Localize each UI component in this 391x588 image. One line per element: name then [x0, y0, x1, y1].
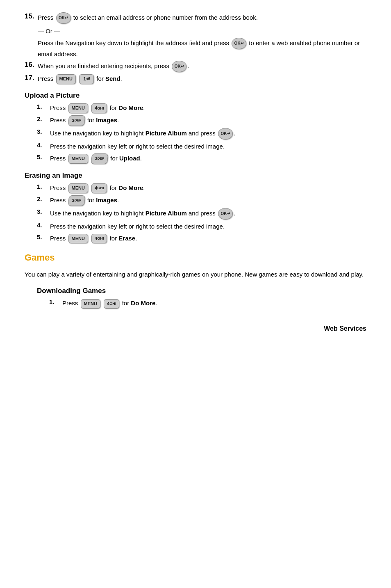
erasing-step-5-content: Press MENU 4GHI for Erase. [50, 233, 366, 244]
upload-step-1: 1. Press MENU 4GHI for Do More. [37, 103, 366, 113]
erasing-step-2-num: 2. [37, 195, 50, 202]
erasing-step-3-content: Use the navigation key to highlight Pict… [50, 208, 366, 220]
erasing-step-5-num: 5. [37, 233, 50, 240]
step-15: 15. Press OK↵ to select an email address… [25, 12, 366, 59]
downloading-step-1-num: 1. [49, 298, 62, 305]
downloading-step-1: 1. Press MENU 4GHI for Do More. [49, 298, 366, 309]
erasing-step-1-num: 1. [37, 183, 50, 190]
or-line: — Or — [38, 26, 366, 36]
step-15-num: 15. [25, 12, 38, 21]
erasing-step-1: 1. Press MENU 4GHI for Do More. [37, 183, 366, 193]
step-16-num: 16. [25, 61, 38, 69]
ok-key-e3: OK↵ [218, 208, 233, 220]
step-15-content: Press OK↵ to select an email address or … [38, 12, 366, 59]
erasing-step-2: 2. Press 3DEF for Images. [37, 195, 366, 206]
upload-step-2-num: 2. [37, 115, 50, 122]
upload-step-1-num: 1. [37, 103, 50, 110]
erasing-step-2-content: Press 3DEF for Images. [50, 195, 366, 206]
menu-key-u5: MENU [68, 154, 88, 164]
games-section: Games You can play a variety of entertai… [25, 252, 366, 309]
upload-section: Upload a Picture 1. Press MENU 4GHI for … [25, 92, 366, 164]
page-content: 15. Press OK↵ to select an email address… [25, 12, 366, 332]
erasing-step-4-num: 4. [37, 222, 50, 229]
key-4-d1: 4GHI [104, 299, 119, 309]
downloading-subsection: Downloading Games 1. Press MENU 4GHI for… [37, 287, 366, 309]
key-1: 1⏎ [79, 74, 94, 84]
upload-step-4-num: 4. [37, 142, 50, 149]
or-detail: Press the Navigation key down to highlig… [38, 38, 366, 59]
step-17: 17. Press MENU 1⏎ for Send. [25, 74, 366, 84]
key-4-e1: 4GHI [91, 183, 107, 193]
upload-step-3-num: 3. [37, 128, 50, 135]
upload-step-1-content: Press MENU 4GHI for Do More. [50, 103, 366, 113]
downloading-heading: Downloading Games [37, 287, 366, 295]
menu-key-e5: MENU [68, 234, 88, 244]
ok-key-3: OK↵ [172, 61, 186, 72]
upload-step-5-num: 5. [37, 153, 50, 160]
key-4-e5: 4GHI [91, 234, 107, 244]
upload-step-5: 5. Press MENU 3DEF for Upload. [37, 153, 366, 164]
upload-step-3-content: Use the navigation key to highlight Pict… [50, 128, 366, 140]
erasing-steps: 1. Press MENU 4GHI for Do More. 2. Press… [37, 183, 366, 244]
erasing-heading: Erasing an Image [25, 172, 366, 180]
steps-top-section: 15. Press OK↵ to select an email address… [25, 12, 366, 84]
upload-heading: Upload a Picture [25, 92, 366, 100]
upload-step-2-content: Press 3DEF for Images. [50, 115, 366, 126]
erasing-step-1-content: Press MENU 4GHI for Do More. [50, 183, 366, 193]
upload-step-5-content: Press MENU 3DEF for Upload. [50, 153, 366, 164]
key-3def-e2: 3DEF [68, 195, 85, 206]
games-heading: Games [25, 252, 366, 263]
upload-steps: 1. Press MENU 4GHI for Do More. 2. Press… [37, 103, 366, 164]
menu-key-e1: MENU [68, 183, 88, 193]
erasing-section: Erasing an Image 1. Press MENU 4GHI for … [25, 172, 366, 244]
erasing-step-3-num: 3. [37, 208, 50, 215]
downloading-steps: 1. Press MENU 4GHI for Do More. [49, 298, 366, 309]
erasing-step-4-content: Press the navigation key left or right t… [50, 222, 366, 231]
menu-key-u1: MENU [68, 103, 88, 113]
games-intro: You can play a variety of entertaining a… [25, 270, 366, 279]
key-4-u1: 4GHI [91, 103, 107, 113]
erasing-step-5: 5. Press MENU 4GHI for Erase. [37, 233, 366, 244]
erasing-step-3: 3. Use the navigation key to highlight P… [37, 208, 366, 220]
menu-key-1: MENU [56, 74, 76, 84]
upload-step-4: 4. Press the navigation key left or righ… [37, 142, 366, 151]
ok-key-u3: OK↵ [218, 128, 233, 140]
ok-key-2: OK↵ [232, 38, 246, 49]
step-17-num: 17. [25, 74, 38, 82]
footer-label: Web Services [25, 325, 366, 332]
step-16: 16. When you are finished entering recip… [25, 61, 366, 72]
key-3def-u5: 3DEF [91, 153, 109, 164]
ok-key-1: OK↵ [56, 12, 71, 24]
step-16-content: When you are finished entering recipient… [38, 61, 366, 72]
step-17-content: Press MENU 1⏎ for Send. [38, 74, 366, 84]
upload-step-3: 3. Use the navigation key to highlight P… [37, 128, 366, 140]
upload-step-4-content: Press the navigation key left or right t… [50, 142, 366, 151]
upload-step-2: 2. Press 3DEF for Images. [37, 115, 366, 126]
key-3def-u2: 3DEF [68, 115, 85, 126]
erasing-step-4: 4. Press the navigation key left or righ… [37, 222, 366, 231]
downloading-step-1-content: Press MENU 4GHI for Do More. [62, 298, 366, 309]
menu-key-d1: MENU [81, 299, 100, 309]
